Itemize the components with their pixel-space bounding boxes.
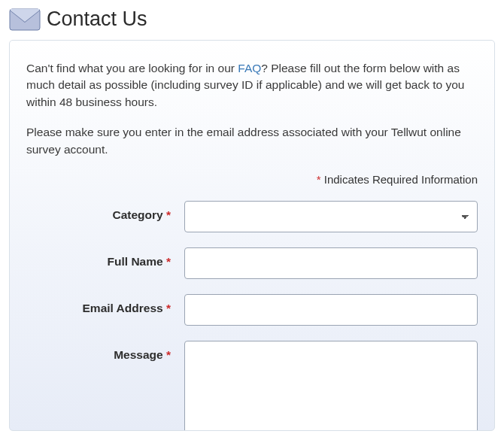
row-message: Message *	[26, 341, 478, 431]
envelope-icon	[9, 8, 41, 31]
email-note: Please make sure you enter in the email …	[26, 124, 478, 158]
label-category: Category *	[26, 201, 175, 222]
label-full-name: Full Name *	[26, 247, 175, 269]
asterisk-icon: *	[166, 208, 171, 221]
label-full-name-text: Full Name	[108, 255, 163, 268]
faq-link[interactable]: FAQ	[238, 62, 261, 74]
page-title: Contact Us	[47, 8, 147, 31]
asterisk-icon: *	[166, 302, 171, 314]
required-indicator: * Indicates Required Information	[26, 173, 478, 186]
asterisk-icon: *	[317, 173, 321, 186]
required-indicator-text: Indicates Required Information	[324, 173, 478, 186]
page-header: Contact Us	[0, 0, 504, 40]
label-category-text: Category	[112, 208, 162, 221]
email-input[interactable]	[184, 294, 478, 326]
label-email-text: Email Address	[83, 302, 163, 314]
full-name-input[interactable]	[184, 247, 478, 279]
asterisk-icon: *	[166, 348, 171, 361]
message-textarea[interactable]	[184, 341, 478, 431]
contact-form-panel: Can't find what you are looking for in o…	[9, 40, 495, 431]
category-select[interactable]	[184, 201, 478, 232]
intro-text-part1: Can't find what you are looking for in o…	[26, 62, 238, 74]
row-category: Category *	[26, 201, 478, 232]
label-email: Email Address *	[26, 294, 175, 315]
row-email: Email Address *	[26, 294, 478, 326]
row-full-name: Full Name *	[26, 247, 478, 279]
asterisk-icon: *	[166, 255, 171, 268]
intro-text: Can't find what you are looking for in o…	[26, 60, 478, 111]
label-message: Message *	[26, 341, 175, 362]
label-message-text: Message	[114, 348, 162, 361]
